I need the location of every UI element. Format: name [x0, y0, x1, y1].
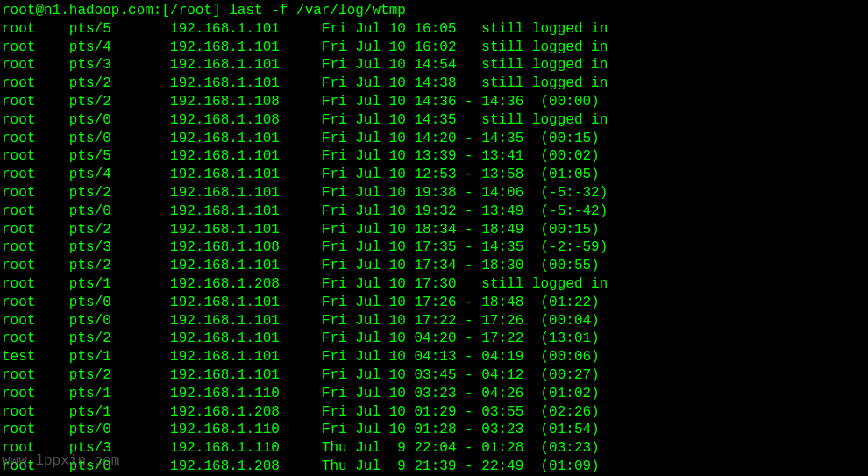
- login-record: root pts/0 192.168.1.101 Fri Jul 10 19:3…: [2, 202, 866, 221]
- login-record: root pts/4 192.168.1.101 Fri Jul 10 16:0…: [2, 39, 866, 57]
- login-record: root pts/5 192.168.1.101 Fri Jul 10 13:3…: [2, 147, 866, 166]
- login-record: root pts/4 192.168.1.101 Fri Jul 10 12:5…: [2, 166, 866, 184]
- shell-prompt: root@n1.hadoop.com:[/root] last -f /var/…: [2, 2, 866, 20]
- prompt-command: last -f /var/log/wtmp: [229, 3, 406, 18]
- login-record: root pts/2 192.168.1.101 Fri Jul 10 04:2…: [2, 330, 866, 348]
- login-record: root pts/0 192.168.1.108 Fri Jul 10 14:3…: [2, 111, 866, 130]
- login-record: root pts/5 192.168.1.101 Fri Jul 10 16:0…: [2, 20, 866, 39]
- login-record: root pts/2 192.168.1.101 Fri Jul 10 14:3…: [2, 75, 866, 93]
- login-record: root pts/2 192.168.1.101 Fri Jul 10 03:4…: [2, 366, 866, 385]
- login-record: root pts/2 192.168.1.101 Fri Jul 10 19:3…: [2, 184, 866, 202]
- login-record: root pts/0 192.168.1.101 Fri Jul 10 14:2…: [2, 130, 866, 148]
- login-record: root pts/1 192.168.1.208 Fri Jul 10 01:2…: [2, 403, 866, 422]
- login-record: root pts/0 192.168.1.101 Fri Jul 10 17:2…: [2, 294, 866, 312]
- login-record: root pts/0 192.168.1.110 Fri Jul 10 01:2…: [2, 421, 866, 439]
- prompt-user-host: root@n1.hadoop.com: [2, 3, 153, 18]
- login-record: root pts/2 192.168.1.108 Fri Jul 10 14:3…: [2, 93, 866, 111]
- login-record: root pts/2 192.168.1.101 Fri Jul 10 17:3…: [2, 257, 866, 275]
- last-output: root pts/5 192.168.1.101 Fri Jul 10 16:0…: [2, 20, 866, 476]
- login-record: test pts/1 192.168.1.101 Fri Jul 10 04:1…: [2, 348, 866, 366]
- login-record: root pts/1 192.168.1.208 Fri Jul 10 17:3…: [2, 275, 866, 294]
- login-record: root pts/0 192.168.1.208 Thu Jul 9 21:39…: [2, 458, 866, 476]
- login-record: root pts/2 192.168.1.101 Fri Jul 10 18:3…: [2, 221, 866, 239]
- login-record: root pts/0 192.168.1.101 Fri Jul 10 17:2…: [2, 312, 866, 330]
- prompt-path: /root: [170, 3, 212, 18]
- login-record: root pts/3 192.168.1.101 Fri Jul 10 14:5…: [2, 56, 866, 75]
- login-record: root pts/3 192.168.1.110 Thu Jul 9 22:04…: [2, 439, 866, 458]
- login-record: root pts/3 192.168.1.108 Fri Jul 10 17:3…: [2, 238, 866, 257]
- watermark-text: www.lppxin.com: [2, 452, 119, 471]
- login-record: root pts/1 192.168.1.110 Fri Jul 10 03:2…: [2, 385, 866, 403]
